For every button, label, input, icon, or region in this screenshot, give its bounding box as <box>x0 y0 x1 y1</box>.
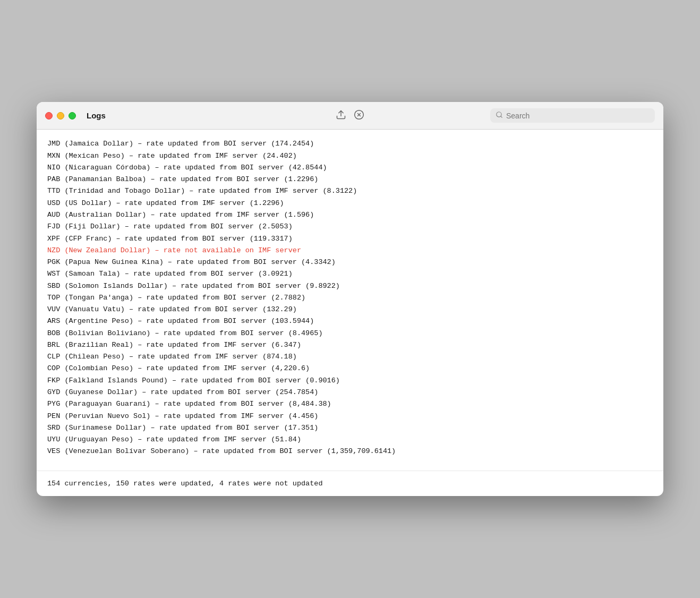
log-line: PEN (Peruvian Nuevo Sol) – rate updated … <box>47 411 653 422</box>
log-line: CLP (Chilean Peso) – rate updated from I… <box>47 351 653 363</box>
log-line: AUD (Australian Dollar) – rate updated f… <box>47 209 653 221</box>
log-line: ARS (Argentine Peso) – rate updated from… <box>47 315 653 327</box>
summary-text: 154 currencies, 150 rates were updated, … <box>47 480 322 488</box>
close-button[interactable] <box>45 112 53 119</box>
search-bar[interactable] <box>490 108 655 123</box>
minimize-button[interactable] <box>57 112 64 119</box>
titlebar-actions <box>336 109 364 122</box>
log-line: NZD (New Zealand Dollar) – rate not avai… <box>47 245 653 257</box>
log-line: BRL (Brazilian Real) – rate updated from… <box>47 339 653 351</box>
log-line: TOP (Tongan Pa'anga) – rate updated from… <box>47 292 653 304</box>
app-window: Logs <box>37 102 663 496</box>
log-line: UYU (Uruguayan Peso) – rate updated from… <box>47 434 653 446</box>
log-line: FKP (Falkland Islands Pound) – rate upda… <box>47 375 653 387</box>
log-line: SRD (Surinamese Dollar) – rate updated f… <box>47 422 653 434</box>
log-footer: 154 currencies, 150 rates were updated, … <box>37 471 663 496</box>
log-line: BOB (Bolivian Boliviano) – rate updated … <box>47 328 653 339</box>
log-content: JMD (Jamaica Dollar) – rate updated from… <box>37 130 663 466</box>
log-line: WST (Samoan Tala) – rate updated from BO… <box>47 268 653 280</box>
titlebar: Logs <box>37 102 663 130</box>
log-line: FJD (Fiji Dollar) – rate updated from BO… <box>47 221 653 233</box>
log-line: VUV (Vanuatu Vatu) – rate updated from B… <box>47 304 653 315</box>
svg-line-5 <box>501 116 502 118</box>
log-line: XPF (CFP Franc) – rate updated from BOI … <box>47 233 653 245</box>
cancel-icon[interactable] <box>354 109 364 122</box>
log-line: SBD (Solomon Islands Dollar) – rate upda… <box>47 280 653 292</box>
maximize-button[interactable] <box>69 112 76 119</box>
log-line: USD (US Dollar) – rate updated from IMF … <box>47 198 653 209</box>
search-input[interactable] <box>506 112 650 120</box>
log-line: COP (Colombian Peso) – rate updated from… <box>47 363 653 374</box>
window-title: Logs <box>87 111 106 120</box>
log-line: PYG (Paraguayan Guaraní) – rate updated … <box>47 398 653 410</box>
log-line: PAB (Panamanian Balboa) – rate updated f… <box>47 174 653 185</box>
search-icon <box>496 111 503 120</box>
traffic-lights <box>45 112 76 119</box>
log-line: TTD (Trinidad and Tobago Dollar) – rate … <box>47 185 653 197</box>
log-line: GYD (Guyanese Dollar) – rate updated fro… <box>47 387 653 398</box>
log-line: VES (Venezuelan Bolívar Soberano) – rate… <box>47 446 653 457</box>
export-icon[interactable] <box>336 109 346 122</box>
log-line: JMD (Jamaica Dollar) – rate updated from… <box>47 138 653 150</box>
log-line: MXN (Mexican Peso) – rate updated from I… <box>47 150 653 162</box>
log-line: PGK (Papua New Guinea Kina) – rate updat… <box>47 257 653 268</box>
log-line: NIO (Nicaraguan Córdoba) – rate updated … <box>47 162 653 174</box>
